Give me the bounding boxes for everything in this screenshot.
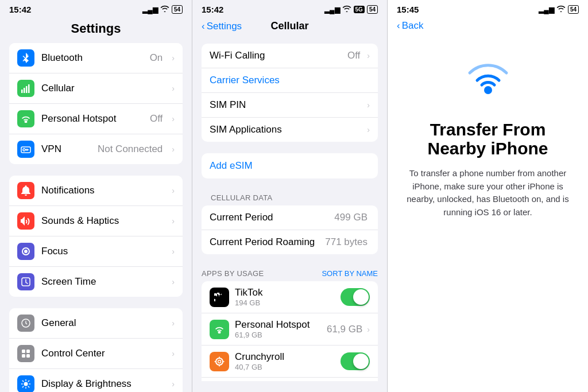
crunchyroll-icon bbox=[210, 352, 229, 371]
battery-icon-3: 54 bbox=[568, 5, 579, 14]
cellular-label: Cellular bbox=[41, 83, 165, 94]
signal-icon: ▂▄▆ bbox=[142, 6, 158, 14]
hotspot-item[interactable]: Personal Hotspot Off › bbox=[9, 104, 183, 134]
bluetooth-item[interactable]: Bluetooth On › bbox=[9, 43, 183, 73]
instagram-item[interactable]: Instagram 36,8 GB bbox=[202, 378, 378, 381]
add-esim-button[interactable]: Add eSIM bbox=[202, 153, 378, 178]
svg-point-4 bbox=[25, 121, 27, 123]
svg-rect-12 bbox=[22, 354, 25, 358]
svg-rect-2 bbox=[26, 86, 28, 93]
crunchyroll-size: 40,7 GB bbox=[235, 363, 335, 371]
sim-pin-chevron: › bbox=[367, 100, 370, 110]
general-label: General bbox=[41, 317, 165, 329]
transfer-content: Transfer FromNearby iPhone To transfer a… bbox=[388, 37, 588, 219]
display-item[interactable]: Display & Brightness › bbox=[9, 369, 183, 392]
sounds-label: Sounds & Haptics bbox=[41, 215, 165, 227]
notifications-item[interactable]: Notifications › bbox=[9, 176, 183, 206]
svg-point-6 bbox=[23, 149, 25, 151]
svg-point-21 bbox=[219, 331, 220, 333]
vpn-chevron: › bbox=[172, 145, 175, 154]
sounds-item[interactable]: Sounds & Haptics › bbox=[9, 206, 183, 236]
sim-apps-chevron: › bbox=[367, 125, 370, 134]
wifi-icon-2 bbox=[342, 5, 351, 14]
bluetooth-label: Bluetooth bbox=[41, 52, 143, 64]
display-icon bbox=[17, 375, 34, 392]
sim-apps-label: SIM Applications bbox=[210, 124, 362, 135]
svg-point-22 bbox=[216, 358, 223, 365]
svg-rect-1 bbox=[24, 88, 25, 93]
svg-rect-0 bbox=[21, 90, 23, 93]
transfer-back-button[interactable]: ‹ Back bbox=[397, 20, 423, 32]
back-button[interactable]: ‹ Settings bbox=[202, 21, 242, 32]
wifi-calling-item[interactable]: Wi-Fi Calling Off › bbox=[202, 44, 378, 68]
current-period-value: 499 GB bbox=[334, 212, 368, 223]
focus-label: Focus bbox=[41, 246, 165, 257]
apps-usage-header: APPS BY USAGE SORT BY NAME bbox=[192, 266, 387, 281]
status-icons-2: ▂▄▆ 5G 54 bbox=[324, 5, 378, 14]
cellular-icon bbox=[17, 80, 34, 97]
data-usage-section: Current Period 499 GB Current Period Roa… bbox=[202, 205, 378, 254]
wifi-calling-value: Off bbox=[347, 50, 360, 61]
crunchyroll-toggle[interactable] bbox=[341, 352, 370, 370]
screen-time-chevron: › bbox=[172, 277, 175, 286]
hotspot-app-icon bbox=[210, 320, 229, 339]
general-item[interactable]: General › bbox=[9, 308, 183, 339]
carrier-services-item[interactable]: Carrier Services bbox=[202, 68, 378, 93]
cellular-scroll[interactable]: Wi-Fi Calling Off › Carrier Services SIM… bbox=[192, 38, 387, 381]
transfer-panel: 15:45 ▂▄▆ 54 ‹ Back Transfer FromNearby … bbox=[388, 0, 588, 392]
network-section: Bluetooth On › Cellular › Personal Hotsp… bbox=[9, 43, 183, 164]
time-3: 15:45 bbox=[397, 5, 419, 14]
control-center-chevron: › bbox=[172, 349, 175, 358]
wifi-icon-3 bbox=[556, 5, 566, 14]
general-chevron: › bbox=[172, 319, 175, 328]
status-icons-1: ▂▄▆ 54 bbox=[142, 5, 183, 14]
vpn-item[interactable]: VPN Not Connected › bbox=[9, 134, 183, 164]
hotspot-label: Personal Hotspot bbox=[41, 113, 143, 125]
control-center-item[interactable]: Control Center › bbox=[9, 339, 183, 369]
svg-rect-10 bbox=[22, 350, 25, 353]
focus-chevron: › bbox=[172, 247, 175, 256]
5g-badge: 5G bbox=[354, 6, 365, 13]
tiktok-item[interactable]: TikTok 194 GB bbox=[202, 281, 378, 313]
screen-time-item[interactable]: Screen Time › bbox=[9, 267, 183, 297]
transfer-back-label: Back bbox=[402, 20, 424, 32]
esim-section: Add eSIM bbox=[202, 153, 378, 178]
focus-icon bbox=[17, 243, 34, 260]
focus-item[interactable]: Focus › bbox=[9, 236, 183, 267]
notifications-label: Notifications bbox=[41, 185, 165, 196]
sort-by-name-button[interactable]: SORT BY NAME bbox=[322, 269, 378, 278]
hotspot-app-item[interactable]: Personal Hotspot 61,9 GB 61,9 GB › bbox=[202, 313, 378, 346]
tiktok-toggle[interactable] bbox=[341, 288, 370, 306]
sounds-icon bbox=[17, 212, 34, 230]
svg-rect-13 bbox=[26, 354, 30, 358]
transfer-description: To transfer a phone number from another … bbox=[406, 167, 570, 219]
hotspot-value: Off bbox=[150, 113, 163, 125]
current-period-item: Current Period 499 GB bbox=[202, 205, 378, 230]
tiktok-name: TikTok bbox=[235, 287, 335, 298]
crunchyroll-name: Crunchyroll bbox=[235, 351, 335, 363]
transfer-nav: ‹ Back bbox=[388, 17, 588, 37]
hotspot-icon bbox=[17, 110, 34, 127]
hotspot-app-name: Personal Hotspot bbox=[235, 319, 321, 331]
cellular-title: Cellular bbox=[270, 20, 308, 32]
vpn-label: VPN bbox=[41, 143, 91, 155]
battery-icon: 54 bbox=[172, 5, 183, 14]
crunchyroll-item[interactable]: Crunchyroll 40,7 GB bbox=[202, 346, 378, 378]
bluetooth-icon bbox=[17, 49, 34, 67]
signal-icon-2: ▂▄▆ bbox=[324, 6, 340, 14]
back-chevron-icon: ‹ bbox=[202, 21, 205, 32]
sim-apps-item[interactable]: SIM Applications › bbox=[202, 118, 378, 142]
status-bar-3: 15:45 ▂▄▆ 54 bbox=[388, 0, 588, 17]
bluetooth-value: On bbox=[150, 52, 163, 64]
sim-pin-item[interactable]: SIM PIN › bbox=[202, 93, 378, 118]
svg-point-14 bbox=[24, 382, 28, 386]
transfer-wifi-icon bbox=[465, 60, 511, 106]
hotspot-app-chevron: › bbox=[367, 325, 370, 334]
general-icon bbox=[17, 315, 34, 332]
status-bar-2: 15:42 ▂▄▆ 5G 54 bbox=[192, 0, 387, 17]
cellular-chevron: › bbox=[172, 84, 175, 93]
crunchyroll-info: Crunchyroll 40,7 GB bbox=[235, 351, 335, 371]
display-chevron: › bbox=[172, 379, 175, 389]
cellular-item[interactable]: Cellular › bbox=[9, 73, 183, 104]
hotspot-size-right: 61,9 GB bbox=[327, 324, 362, 335]
